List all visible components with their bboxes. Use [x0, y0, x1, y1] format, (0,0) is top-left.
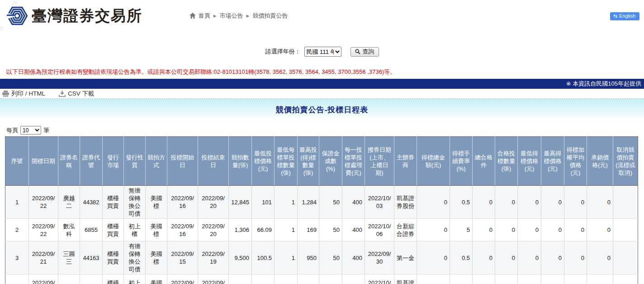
cell: 有擔保轉換公司債 — [124, 241, 146, 274]
cell: 美國標 — [146, 219, 167, 241]
cell: 0 — [473, 186, 495, 219]
cell: 1 — [275, 186, 298, 219]
cell: 950 — [298, 241, 319, 274]
cell: 2022/09/19 — [198, 241, 229, 274]
cell: 400 — [342, 219, 365, 241]
breadcrumb-market-announcements[interactable]: 市場公告 — [220, 12, 243, 20]
per-page-select[interactable]: 10 — [20, 126, 41, 135]
cell: 0 — [417, 274, 450, 284]
cell: 美國標 — [146, 186, 167, 219]
cell: 櫃檯買賣 — [103, 241, 124, 274]
cell: 0 — [541, 274, 564, 284]
column-header-7: 投標開始日 — [167, 137, 198, 186]
skip-nav-link-mid[interactable]: :: — [0, 26, 3, 30]
cell: 0 — [518, 241, 541, 274]
cell — [613, 186, 638, 219]
year-select[interactable]: 民國 111 年 — [304, 47, 341, 57]
table-row: 32022/09/21三圓三44163櫃檯買賣有擔保轉換公司債美國標2022/0… — [5, 241, 638, 274]
breadcrumb-auction-announcements[interactable]: 競價拍賣公告 — [252, 12, 288, 20]
column-header-9: 競拍數量(張) — [229, 137, 252, 186]
cell: 0 — [564, 274, 587, 284]
print-html-link[interactable]: 列印 / HTML — [2, 90, 45, 98]
column-header-25: 取消競價拍賣(流標或取消) — [613, 137, 638, 186]
cell: 6855 — [80, 219, 103, 241]
cell: 2022/10/05 — [365, 274, 394, 284]
cell: 0 — [541, 219, 564, 241]
cell: 4584 — [80, 274, 103, 284]
cell: 2022/09/30 — [365, 241, 394, 274]
column-header-15: 撥券日期 (上市、上櫃日期) — [365, 137, 394, 186]
cell: 0 — [473, 241, 495, 274]
year-query-bar: 請選擇年份： 民國 111 年 查詢 — [0, 32, 644, 57]
cell: 櫃檯買賣 — [103, 274, 124, 284]
cell: 1,306 — [229, 219, 252, 241]
cell: 無擔保轉換公司債 — [124, 186, 146, 219]
column-header-4: 發行市場 — [103, 137, 124, 186]
data-availability-bar: ※ 本資訊自民國105年起提供 — [0, 79, 644, 89]
per-page-prefix: 每頁 — [6, 126, 18, 135]
column-header-8: 投標結束日 — [198, 137, 229, 186]
column-header-1: 開標日期 — [29, 137, 58, 186]
auction-schedule-table-wrap: 序號開標日期證券名稱證券代號發行市場發行性質競拍方式投標開始日投標結束日競拍數量… — [0, 136, 644, 284]
cell: 0 — [587, 274, 613, 284]
cell: 44382 — [80, 186, 103, 219]
cell: 1 — [275, 219, 298, 241]
english-language-button[interactable]: ⇆ English — [610, 12, 639, 20]
cell: 0 — [417, 186, 450, 219]
cell: 50 — [319, 274, 342, 284]
per-page-suffix: 筆 — [43, 126, 49, 135]
per-page-control: 每頁 10 筆 — [0, 120, 644, 136]
cell: 0.5 — [450, 186, 473, 219]
cell — [613, 241, 638, 274]
csv-download-link[interactable]: CSV 下載 — [59, 90, 95, 98]
export-toolbar: 列印 / HTML CSV 下載 — [0, 89, 644, 99]
data-availability-text: ※ 本資訊自民國105年起提供 — [566, 80, 641, 88]
cell: 3 — [5, 241, 29, 274]
cell: 2022/09/20 — [198, 219, 229, 241]
column-header-10: 最低投標價格(元) — [252, 137, 275, 186]
schedule-change-notice: 以下日期係為預定行程表如有變動請依現場公告為準。或請與本公司交易部聯絡:02-8… — [0, 68, 644, 76]
cell: 君帆 — [58, 274, 80, 284]
cell: 0 — [518, 274, 541, 284]
column-header-11: 最低每標單投標數量(張) — [275, 137, 298, 186]
cell: 101 — [252, 186, 275, 219]
cell: 2022/09/21 — [29, 274, 58, 284]
cell: 2022/09/22 — [29, 186, 58, 219]
cell: 0 — [541, 241, 564, 274]
cell: 0 — [518, 186, 541, 219]
cell: 1 — [5, 186, 29, 219]
column-header-24: 承銷價格(元) — [587, 137, 613, 186]
skip-nav-link-top[interactable]: ::: — [13, 0, 18, 5]
cell: 9,500 — [229, 241, 252, 274]
cell: 2022/09/16 — [167, 186, 198, 219]
cell: 櫃檯買賣 — [103, 186, 124, 219]
table-head-row: 序號開標日期證券名稱證券代號發行市場發行性質競拍方式投標開始日投標結束日競拍數量… — [5, 137, 638, 186]
cell: 美國標 — [146, 241, 167, 274]
cell: 4 — [5, 274, 29, 284]
cell: 三圓三 — [58, 241, 80, 274]
cell: 廣越二 — [58, 186, 80, 219]
cell: 0 — [417, 241, 450, 274]
language-swap-icon: ⇆ — [613, 13, 617, 19]
table-row: 12022/09/22廣越二44382櫃檯買賣無擔保轉換公司債美國標2022/0… — [5, 186, 638, 219]
cell: 12,845 — [229, 186, 252, 219]
cell: 0 — [518, 219, 541, 241]
cell: 1,284 — [298, 186, 319, 219]
cell: 0 — [564, 186, 587, 219]
column-header-13: 保證金成數(%) — [319, 137, 342, 186]
search-button[interactable]: 查詢 — [350, 47, 379, 57]
column-header-23: 得標加權平均價格(元) — [564, 137, 587, 186]
cell: 數泓科 — [58, 219, 80, 241]
cell: 美國標 — [146, 274, 167, 284]
breadcrumb-home-link[interactable]: 首頁 — [189, 12, 210, 20]
twse-logo[interactable]: 臺灣證券交易所 — [5, 5, 142, 27]
cell: 400 — [342, 186, 365, 219]
column-header-12: 最高投(得)標數量(張) — [298, 137, 319, 186]
cell: 2022/10/03 — [365, 186, 394, 219]
site-header: ::: :: 臺灣證券交易所 首頁 ▶ 市場公告 ▶ 競價拍賣公告 ⇆ Eng — [0, 0, 644, 32]
table-row: 42022/09/21君帆4584櫃檯買賣初上櫃美國標2022/09/15202… — [5, 274, 638, 284]
download-icon — [59, 91, 66, 97]
cell: 2022/09/22 — [29, 219, 58, 241]
page-title: 競價拍賣公告-投標日程表 — [276, 105, 369, 115]
cell: 1 — [275, 274, 298, 284]
